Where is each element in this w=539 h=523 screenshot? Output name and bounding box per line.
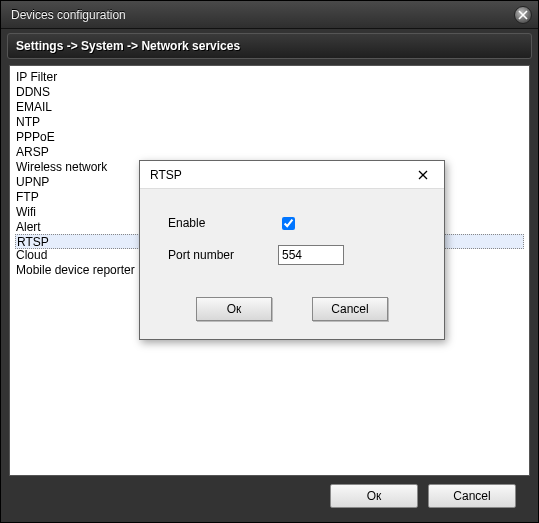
port-row: Port number	[168, 239, 426, 271]
enable-row: Enable	[168, 207, 426, 239]
body-area: IP FilterDDNSEMAILNTPPPPoEARSPWireless n…	[7, 65, 532, 516]
close-icon	[518, 10, 528, 20]
port-label: Port number	[168, 248, 278, 262]
breadcrumb-sep: ->	[124, 39, 142, 53]
dialog-titlebar: RTSP	[140, 161, 444, 189]
breadcrumb-sep: ->	[63, 39, 81, 53]
dialog-ok-button[interactable]: Ок	[196, 297, 272, 321]
dialog-footer-buttons: Ок Cancel	[140, 281, 444, 339]
port-number-input[interactable]	[278, 245, 344, 265]
main-footer-buttons: Ок Cancel	[7, 476, 532, 516]
enable-label: Enable	[168, 216, 278, 230]
list-item[interactable]: PPPoE	[16, 130, 523, 145]
close-icon	[418, 170, 428, 180]
list-item[interactable]: ARSP	[16, 145, 523, 160]
list-item[interactable]: NTP	[16, 115, 523, 130]
list-item[interactable]: DDNS	[16, 85, 523, 100]
breadcrumb: Settings -> System -> Network services	[7, 33, 532, 59]
window-close-button[interactable]	[514, 6, 532, 24]
enable-checkbox[interactable]	[282, 217, 295, 230]
main-cancel-button[interactable]: Cancel	[428, 484, 516, 508]
dialog-close-button[interactable]	[408, 165, 438, 185]
main-ok-button[interactable]: Ок	[330, 484, 418, 508]
window-title: Devices configuration	[11, 8, 514, 22]
devices-configuration-window: Devices configuration Settings -> System…	[0, 0, 539, 523]
list-item[interactable]: IP Filter	[16, 70, 523, 85]
list-item[interactable]: EMAIL	[16, 100, 523, 115]
dialog-body: Enable Port number	[140, 189, 444, 281]
breadcrumb-settings[interactable]: Settings	[16, 39, 63, 53]
rtsp-dialog: RTSP Enable Port number	[139, 160, 445, 340]
breadcrumb-network-services[interactable]: Network services	[141, 39, 240, 53]
dialog-title: RTSP	[150, 168, 408, 182]
dialog-cancel-button[interactable]: Cancel	[312, 297, 388, 321]
breadcrumb-system[interactable]: System	[81, 39, 124, 53]
window-titlebar: Devices configuration	[1, 1, 538, 29]
